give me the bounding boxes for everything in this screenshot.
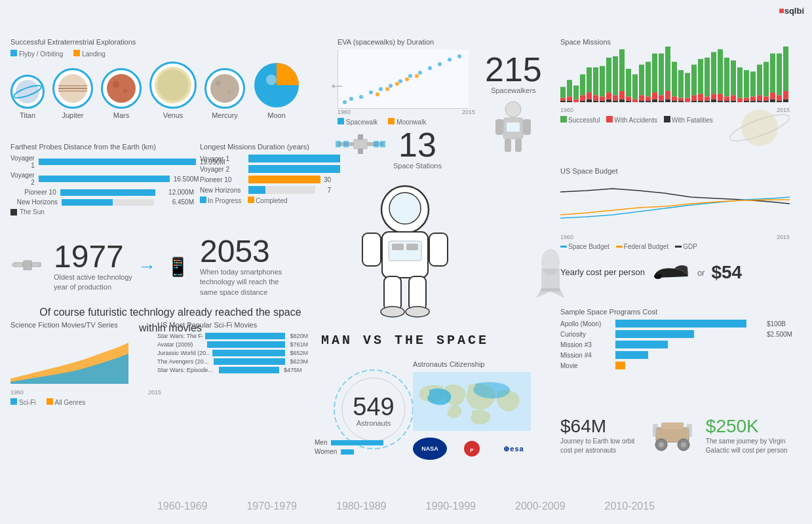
svg-rect-75 <box>560 98 566 101</box>
svg-rect-98 <box>613 56 618 96</box>
svg-rect-152 <box>731 60 736 95</box>
svg-rect-134 <box>691 65 697 96</box>
svg-rect-39 <box>515 139 522 152</box>
timeline-2010[interactable]: 2010-2015 <box>605 500 655 512</box>
men-bar <box>331 440 383 445</box>
spacewalker-block: 215 Spacewalkers <box>485 52 542 155</box>
svg-point-32 <box>405 77 409 81</box>
year-2053-block: 2053 When today smartphones technology w… <box>200 236 292 297</box>
probe-row: Voyager 2 16.500M <box>10 172 194 186</box>
planet-moon: Moon <box>253 62 300 119</box>
svg-rect-191 <box>687 424 692 437</box>
svg-point-6 <box>107 74 136 103</box>
svg-rect-46 <box>336 141 341 147</box>
svg-rect-102 <box>619 91 625 100</box>
svg-rect-145 <box>711 100 716 102</box>
svg-rect-141 <box>705 97 710 101</box>
svg-rect-103 <box>619 100 625 102</box>
planet-titan: Titan <box>10 75 45 119</box>
svg-rect-128 <box>678 70 684 98</box>
movie-row: The Avengers (20... $623M <box>157 358 308 365</box>
svg-rect-62 <box>384 276 401 310</box>
mission-row: Voyager 2 38 <box>200 165 331 173</box>
virgin-cost: $250K <box>706 416 803 437</box>
mercury-circle <box>204 68 245 109</box>
svg-rect-115 <box>646 101 651 102</box>
svg-rect-87 <box>587 92 592 100</box>
svg-rect-142 <box>705 101 710 102</box>
svg-rect-144 <box>711 94 716 100</box>
svg-rect-119 <box>659 54 664 96</box>
yearly-cost-label: Yearly cost per person <box>560 267 645 278</box>
svg-rect-47 <box>343 141 349 147</box>
astronauts-count: 549 <box>353 394 394 419</box>
svg-rect-77 <box>567 80 572 97</box>
svg-rect-116 <box>652 54 657 93</box>
timeline-1970[interactable]: 1970-1979 <box>246 500 297 512</box>
program-row: Movie <box>560 362 803 369</box>
planet-jupiter: Jupiter <box>52 68 93 119</box>
svg-point-26 <box>438 62 442 66</box>
moon-label: Moon <box>267 111 286 119</box>
timeline-1960[interactable]: 1960-1969 <box>157 500 208 512</box>
probes-section: Farthest Probes Distance from the Earth … <box>10 143 194 215</box>
svg-rect-138 <box>698 94 703 101</box>
svg-point-16 <box>343 100 347 104</box>
svg-rect-107 <box>632 75 638 100</box>
mission-row: Pioneer 10 30 <box>200 176 331 183</box>
year-arrow-icon: → <box>138 256 156 277</box>
svg-rect-85 <box>580 101 585 102</box>
scifi-movies-title: Science Fiction Movies/TV Series <box>10 321 161 329</box>
probes-title: Farthest Probes Distance from the Earth … <box>10 143 194 151</box>
saturn-decoration <box>727 95 792 163</box>
svg-rect-164 <box>757 65 762 96</box>
popular-movies-title: US Most Popular Sci-Fi Movies <box>157 321 308 329</box>
phone-icon: 📱 <box>166 256 189 278</box>
astronaut-section: MAN VS THE SPACE <box>321 183 489 348</box>
svg-rect-104 <box>626 69 631 97</box>
svg-rect-91 <box>593 101 598 102</box>
svg-point-13 <box>227 90 231 94</box>
eva-chart <box>338 50 469 109</box>
svg-point-31 <box>395 82 399 86</box>
svg-rect-96 <box>606 92 611 100</box>
svg-rect-108 <box>632 100 638 102</box>
svg-rect-182 <box>541 269 560 291</box>
venus-circle <box>149 62 197 109</box>
virgin-desc: The same journey by Virgin Galactic will… <box>706 437 803 455</box>
svg-rect-101 <box>619 49 625 91</box>
svg-point-183 <box>654 274 662 279</box>
svg-point-188 <box>659 442 664 447</box>
timeline-1980[interactable]: 1980-1989 <box>336 500 387 512</box>
svg-rect-86 <box>587 67 592 92</box>
timeline-1990[interactable]: 1990-1999 <box>426 500 476 512</box>
svg-rect-137 <box>698 59 703 94</box>
svg-rect-129 <box>678 98 684 101</box>
svg-rect-44 <box>358 134 363 140</box>
year-1977-desc: Oldest active technology year of product… <box>54 272 132 293</box>
svg-rect-110 <box>639 65 644 96</box>
svg-rect-51 <box>14 263 23 267</box>
planet-venus: Venus <box>149 62 197 119</box>
svg-point-15 <box>266 75 277 85</box>
svg-rect-122 <box>665 47 670 91</box>
stations-block: 13 Space Stations <box>393 128 442 170</box>
svg-point-11 <box>210 74 239 103</box>
eva-legend: Spacewalk Moonwalk <box>338 118 475 126</box>
svg-rect-132 <box>685 98 690 102</box>
year-2053: 2053 <box>200 236 292 267</box>
spacewalker-label: Spacewalkers <box>485 86 542 94</box>
svg-rect-92 <box>600 66 605 97</box>
svg-point-65 <box>406 307 429 317</box>
timeline-2000[interactable]: 2000-2009 <box>515 500 566 512</box>
mars-circle <box>101 68 142 109</box>
popular-movies-bars: Star Wars: The Fo... $820M Avatar (2009)… <box>157 333 308 373</box>
svg-point-30 <box>385 87 389 91</box>
eva-title: EVA (spacewalks) by Duration <box>338 38 475 46</box>
eva-years: 1960 2015 <box>338 109 475 115</box>
astronaut-main-icon <box>339 183 471 328</box>
mercury-label: Mercury <box>212 111 238 119</box>
svg-rect-112 <box>639 101 644 102</box>
moon-circle <box>253 62 300 109</box>
year-1977-block: 1977 Oldest active technology year of pr… <box>54 241 132 293</box>
